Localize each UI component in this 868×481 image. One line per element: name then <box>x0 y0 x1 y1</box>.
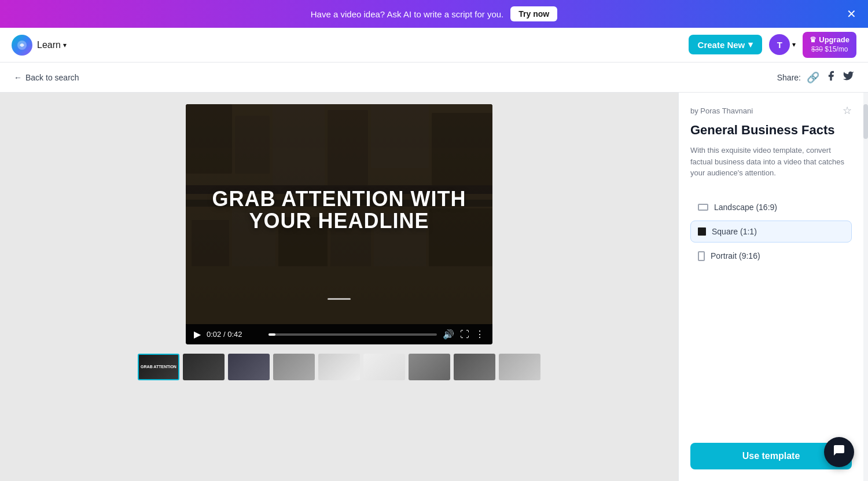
share-twitter-button[interactable] <box>843 70 854 85</box>
thumbnail-4[interactable] <box>273 354 315 380</box>
time-display: 0:02 / 0:42 <box>207 330 263 339</box>
thumbnail-8[interactable] <box>454 354 495 380</box>
author-text: by Poras Thavnani <box>690 107 753 115</box>
time-total: 0:42 <box>227 330 242 339</box>
template-description: With this exquisite video template, conv… <box>690 145 852 179</box>
thumbnail-3[interactable] <box>228 354 270 380</box>
square-icon <box>698 227 706 236</box>
avatar[interactable]: T <box>769 34 790 55</box>
learn-button[interactable]: Learn ▾ <box>37 40 67 50</box>
template-title: General Business Facts <box>690 123 852 138</box>
video-progress-indicator <box>328 298 351 300</box>
back-arrow-icon: ← <box>14 73 22 82</box>
favorite-button[interactable]: ☆ <box>843 104 852 117</box>
thumbnail-9[interactable] <box>499 354 540 380</box>
share-link-button[interactable]: 🔗 <box>807 71 819 84</box>
twitter-icon <box>843 70 854 85</box>
fullscreen-button[interactable]: ⛶ <box>460 329 469 340</box>
share-area: Share: 🔗 <box>777 70 854 85</box>
format-square[interactable]: Square (1:1) <box>690 221 852 243</box>
avatar-wrapper[interactable]: T ▾ <box>769 34 796 55</box>
chat-icon <box>832 443 846 461</box>
format-portrait[interactable]: Portrait (9:16) <box>690 245 852 267</box>
thumb-label-1: GRAB ATTENTION <box>141 365 176 369</box>
header: Learn ▾ Create New ▾ T ▾ ♛ Upgrade $30 $… <box>0 28 868 63</box>
top-banner: Have a video idea? Ask AI to write a scr… <box>0 0 868 28</box>
link-icon: 🔗 <box>807 71 819 84</box>
time-current: 0:02 <box>207 330 221 339</box>
thumbnail-2[interactable] <box>183 354 225 380</box>
main-content: GRAB ATTENTION WITH YOUR HEADLINE ▶ 0:02… <box>0 93 868 481</box>
upgrade-top: ♛ Upgrade <box>810 35 849 45</box>
thumbnail-6[interactable] <box>363 354 405 380</box>
video-controls: ▶ 0:02 / 0:42 🔊 ⛶ ⋮ <box>186 324 492 344</box>
square-label: Square (1:1) <box>712 227 757 236</box>
upgrade-button[interactable]: ♛ Upgrade $30 $15/mo <box>803 32 856 57</box>
right-panel-header: by Poras Thavnani ☆ General Business Fac… <box>679 93 863 196</box>
video-panel: GRAB ATTENTION WITH YOUR HEADLINE ▶ 0:02… <box>0 93 678 481</box>
thumbnail-5[interactable] <box>318 354 360 380</box>
video-headline: GRAB ATTENTION WITH YOUR HEADLINE <box>201 188 477 232</box>
play-button[interactable]: ▶ <box>194 329 201 340</box>
more-options-button[interactable]: ⋮ <box>475 329 484 340</box>
thumbnail-1[interactable]: GRAB ATTENTION <box>138 354 179 380</box>
new-price: $15/mo <box>825 45 848 53</box>
scrollbar-thumb[interactable] <box>863 104 868 139</box>
chat-button[interactable] <box>824 437 854 467</box>
portrait-label: Portrait (9:16) <box>711 251 760 260</box>
try-now-button[interactable]: Try now <box>510 6 557 21</box>
upgrade-price: $30 $15/mo <box>811 45 848 54</box>
format-options: Landscape (16:9) Square (1:1) Portrait (… <box>679 196 863 279</box>
create-new-chevron-icon: ▾ <box>748 39 753 50</box>
create-new-label: Create New <box>698 40 745 50</box>
create-new-button[interactable]: Create New ▾ <box>689 35 763 54</box>
volume-button[interactable]: 🔊 <box>443 329 454 340</box>
video-preview[interactable]: GRAB ATTENTION WITH YOUR HEADLINE <box>186 104 492 324</box>
learn-chevron-icon: ▾ <box>63 41 67 49</box>
author-line: by Poras Thavnani ☆ <box>690 104 852 117</box>
share-facebook-button[interactable] <box>825 70 837 85</box>
banner-close-button[interactable]: ✕ <box>847 8 856 20</box>
back-to-search-button[interactable]: ← Back to search <box>14 73 79 82</box>
right-panel: by Poras Thavnani ☆ General Business Fac… <box>678 93 863 481</box>
header-right: Create New ▾ T ▾ ♛ Upgrade $30 $15/mo <box>689 32 856 57</box>
back-label: Back to search <box>25 73 79 82</box>
old-price: $30 <box>811 45 823 53</box>
learn-label: Learn <box>37 40 61 50</box>
thumbnail-7[interactable] <box>409 354 450 380</box>
share-label: Share: <box>777 73 801 82</box>
progress-bar[interactable] <box>269 333 437 336</box>
landscape-icon <box>698 204 708 211</box>
facebook-icon <box>825 70 837 85</box>
landscape-label: Landscape (16:9) <box>714 203 777 212</box>
progress-fill <box>269 333 275 336</box>
upgrade-label: Upgrade <box>819 35 849 45</box>
crown-icon: ♛ <box>810 35 816 45</box>
banner-message: Have a video idea? Ask AI to write a scr… <box>311 9 504 19</box>
avatar-chevron-icon: ▾ <box>792 41 796 49</box>
header-left: Learn ▾ <box>12 35 67 56</box>
video-container: GRAB ATTENTION WITH YOUR HEADLINE ▶ 0:02… <box>186 104 492 344</box>
subheader: ← Back to search Share: 🔗 <box>0 63 868 93</box>
thumbnails-strip: GRAB ATTENTION <box>138 354 540 380</box>
banner-text: Have a video idea? Ask AI to write a scr… <box>311 6 557 21</box>
format-landscape[interactable]: Landscape (16:9) <box>690 196 852 218</box>
portrait-icon <box>698 251 705 261</box>
logo-icon <box>12 35 32 56</box>
scrollbar-track[interactable] <box>863 93 868 481</box>
